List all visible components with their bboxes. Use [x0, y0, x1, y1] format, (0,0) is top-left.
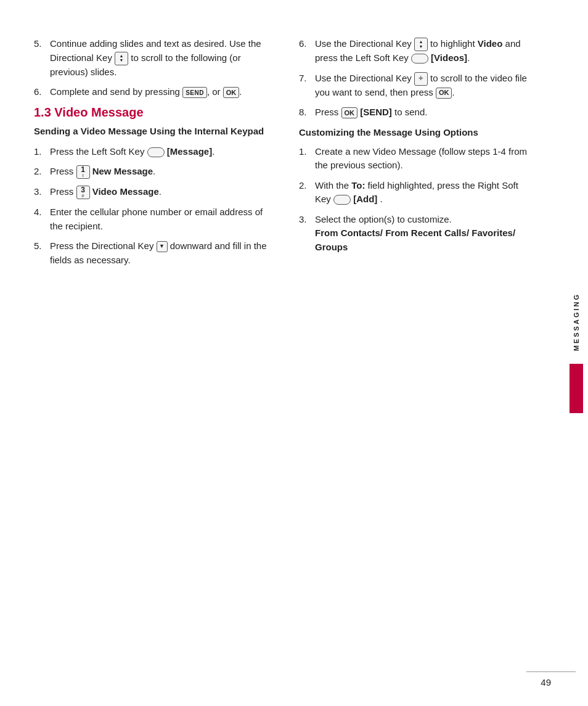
custom-step-1: 1. Create a new Video Message (follow st…	[299, 145, 539, 173]
customizing-subsection-title: Customizing the Message Using Options	[299, 126, 539, 139]
right-soft-key-icon	[333, 195, 351, 205]
step-text: Press the Left Soft Key [Message].	[50, 145, 274, 159]
num-3-key-icon: 3#	[76, 186, 90, 199]
ok-key-icon: OK	[341, 107, 358, 118]
custom-step-2: 2. With the To: field highlighted, press…	[299, 179, 539, 207]
step-num: 2.	[34, 165, 47, 179]
intro-step-5: 5. Continue adding slides and text as de…	[34, 37, 274, 79]
left-step-3: 3. Press 3# Video Message.	[34, 185, 274, 199]
step-text: Press OK [SEND] to send.	[315, 105, 539, 120]
left-step-1: 1. Press the Left Soft Key [Message].	[34, 145, 274, 159]
step-num: 7.	[299, 72, 312, 100]
custom-step-3: 3. Select the option(s) to customize. Fr…	[299, 213, 539, 255]
step-num: 2.	[299, 179, 312, 207]
sidebar-label: MESSAGING	[573, 293, 580, 351]
step-text: Continue adding slides and text as desir…	[50, 37, 274, 79]
right-step-6: 6. Use the Directional Key to highlight …	[299, 37, 539, 65]
directional-key-updown-icon	[115, 52, 128, 65]
step-text: With the To: field highlighted, press th…	[315, 179, 539, 207]
step-text: Press 1i New Message.	[50, 165, 274, 179]
left-step-4: 4. Enter the cellular phone number or em…	[34, 205, 274, 233]
subsection-title: Sending a Video Message Using the Intern…	[34, 125, 274, 138]
section-number: 1.3 Video Message	[34, 105, 274, 120]
step-num: 1.	[299, 145, 312, 173]
num-1-key-icon: 1i	[76, 165, 90, 179]
step-text: Complete and send by pressing SEND, or O…	[50, 85, 274, 99]
step-num: 8.	[299, 105, 312, 120]
intro-step-6: 6. Complete and send by pressing SEND, o…	[34, 85, 274, 99]
step-text: Use the Directional Key ✛ to scroll to t…	[315, 72, 539, 100]
main-area: 5. Continue adding slides and text as de…	[0, 0, 565, 706]
right-column: 6. Use the Directional Key to highlight …	[299, 37, 539, 681]
left-step-5: 5. Press the Directional Key ▼ downward …	[34, 239, 274, 267]
page-number: 49	[541, 677, 551, 688]
right-step-8: 8. Press OK [SEND] to send.	[299, 105, 539, 120]
right-step-7: 7. Use the Directional Key ✛ to scroll t…	[299, 72, 539, 100]
step-num: 3.	[299, 213, 312, 255]
step-num: 5.	[34, 239, 47, 267]
send-key-icon: SEND	[182, 87, 207, 98]
step-num: 3.	[34, 185, 47, 199]
sidebar: MESSAGING	[565, 0, 588, 706]
step-text: Select the option(s) to customize. From …	[315, 213, 539, 255]
ok-key-icon: OK	[223, 87, 240, 98]
directional-key-updown-icon	[414, 38, 428, 51]
step-num: 5.	[34, 37, 47, 79]
step-text: Press the Directional Key ▼ downward and…	[50, 239, 274, 267]
page-divider	[526, 671, 576, 672]
directional-key-down-icon: ▼	[157, 241, 168, 252]
step-text: Press 3# Video Message.	[50, 185, 274, 199]
left-soft-key-icon	[411, 54, 428, 64]
sidebar-bar	[570, 364, 583, 413]
step-num: 4.	[34, 205, 47, 233]
directional-key-4way-icon: ✛	[414, 72, 428, 86]
left-step-2: 2. Press 1i New Message.	[34, 165, 274, 179]
step-text: Use the Directional Key to highlight Vid…	[315, 37, 539, 65]
page-content: 5. Continue adding slides and text as de…	[0, 0, 588, 706]
left-soft-key-icon	[147, 147, 165, 157]
ok-key-icon: OK	[436, 88, 452, 99]
step-num: 1.	[34, 145, 47, 159]
step-text: Enter the cellular phone number or email…	[50, 205, 274, 233]
step-num: 6.	[34, 85, 47, 99]
step-num: 6.	[299, 37, 312, 65]
step-text: Create a new Video Message (follow steps…	[315, 145, 539, 173]
left-column: 5. Continue adding slides and text as de…	[34, 37, 274, 681]
